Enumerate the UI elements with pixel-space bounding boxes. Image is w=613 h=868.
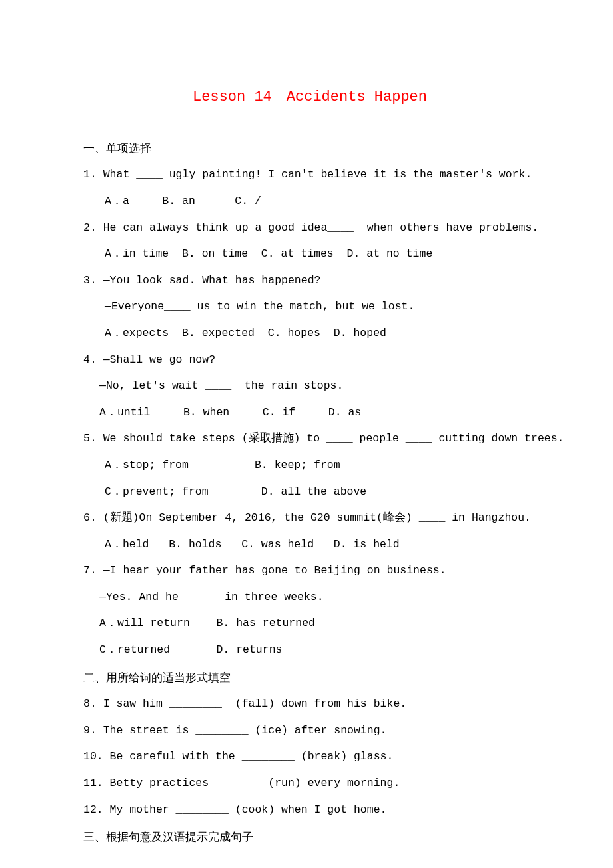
question-6-options: A．held B. holds C. was held D. is held: [83, 531, 536, 558]
question-8: 8. I saw him ________ (fall) down from h…: [83, 691, 536, 717]
question-7-b: —Yes. And he ____ in three weeks.: [83, 584, 536, 611]
question-6: 6. (新题)On September 4, 2016, the G20 sum…: [83, 505, 536, 531]
question-3-a: 3. —You look sad. What has happened?: [83, 267, 536, 294]
question-7-a: 7. —I hear your father has gone to Beiji…: [83, 557, 536, 584]
question-5: 5. We should take steps (采取措施) to ____ p…: [83, 425, 536, 452]
question-2: 2. He can always think up a good idea___…: [83, 215, 536, 241]
question-10: 10. Be careful with the ________ (break)…: [83, 743, 536, 770]
question-5-options-b: C．prevent; from D. all the above: [83, 479, 536, 505]
question-7-options-b: C．returned D. returns: [83, 637, 536, 663]
question-5-options-a: A．stop; from B. keep; from: [83, 452, 536, 479]
question-2-options: A．in time B. on time C. at times D. at n…: [83, 241, 536, 267]
question-3-b: —Everyone____ us to win the match, but w…: [83, 293, 536, 320]
question-3-options: A．expects B. expected C. hopes D. hoped: [83, 320, 536, 347]
question-4-b: —No, let's wait ____ the rain stops.: [83, 373, 536, 399]
question-11: 11. Betty practices ________(run) every …: [83, 770, 536, 797]
section-1-heading: 一、单项选择: [83, 135, 536, 162]
section-3-heading: 三、根据句意及汉语提示完成句子: [83, 824, 536, 851]
lesson-title: Lesson 14 Accidents Happen: [83, 80, 536, 115]
section-2-heading: 二、用所给词的适当形式填空: [83, 665, 536, 691]
question-1: 1. What ____ ugly painting! I can't beli…: [83, 161, 536, 188]
question-4-options: A．until B. when C. if D. as: [83, 399, 536, 426]
question-9: 9. The street is ________ (ice) after sn…: [83, 717, 536, 744]
question-7-options-a: A．will return B. has returned: [83, 610, 536, 637]
question-4-a: 4. —Shall we go now?: [83, 347, 536, 373]
question-12: 12. My mother ________ (cook) when I got…: [83, 797, 536, 823]
question-1-options: A．a B. an C. /: [83, 188, 536, 215]
